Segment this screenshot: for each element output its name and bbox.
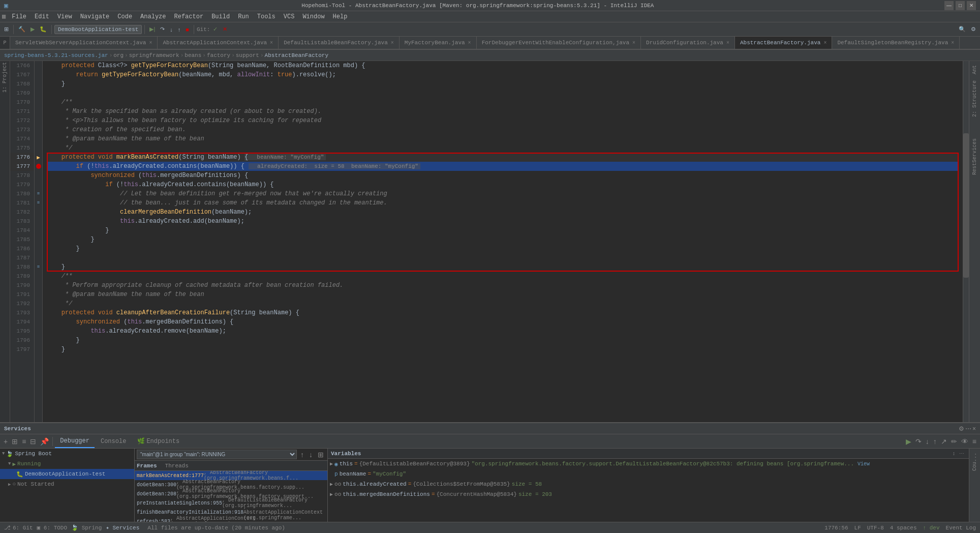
maximize-btn[interactable]: □ (956, 1, 965, 10)
bread-support[interactable]: support (236, 52, 259, 58)
menu-file[interactable]: File (8, 12, 30, 21)
bread-org[interactable]: org (113, 52, 124, 58)
thread-dropdown[interactable]: "main"@1 in group "main": RUNNING (137, 450, 297, 459)
services-more-btn[interactable]: ⋯ (965, 425, 971, 432)
branch-indicator[interactable]: ↑ dev (923, 525, 940, 531)
var-beanname[interactable]: ▶ p beanName = "myConfig" (328, 469, 969, 479)
var-mergedbeans[interactable]: ▶ oo this.mergedBeanDefinitions = {Concu… (328, 489, 969, 499)
minimize-btn[interactable]: — (944, 1, 954, 10)
var-this[interactable]: ▶ ◉ this = {DefaultListableBeanFactory@3… (328, 459, 969, 469)
services-status-tab[interactable]: ✦ Services (106, 524, 139, 531)
frame-item-refresh[interactable]: refresh:583, AbstractApplicationContext … (135, 517, 327, 522)
menu-run[interactable]: Run (234, 12, 253, 21)
build-btn[interactable]: 🔨 (16, 25, 27, 34)
resume-btn[interactable]: ▶| (147, 25, 157, 34)
debug-step-over-btn[interactable]: ↷ (914, 437, 923, 446)
bread-abstractbeanfactory[interactable]: AbstractBeanFactory (265, 52, 328, 58)
git-tab[interactable]: 6: Git (13, 525, 33, 531)
menu-edit[interactable]: Edit (30, 12, 53, 21)
vcs-icon[interactable]: ⎇ (4, 524, 11, 531)
menu-code[interactable]: Code (113, 12, 136, 21)
bread-springframework[interactable]: springframework (129, 52, 179, 58)
debug-run-cursor-btn[interactable]: ↗ (939, 437, 948, 446)
code-editor[interactable]: protected Class<?> getTypeForFactoryBean… (43, 61, 963, 422)
thread-down-btn[interactable]: ↓ (308, 450, 314, 459)
step-over-btn[interactable]: ↷ (158, 25, 167, 34)
step-out-btn[interactable]: ↑ (176, 25, 183, 34)
tab-abstractapp[interactable]: AbstractApplicationContext.java × (158, 37, 279, 49)
debug-resume-btn[interactable]: ▶ (904, 437, 913, 446)
run-config-display[interactable]: DemoBootApplication-test (54, 25, 142, 34)
menu-vcs[interactable]: VCS (280, 12, 299, 21)
tab-druid[interactable]: DruidConfiguration.java × (641, 37, 735, 49)
bread-jar[interactable]: spring-beans-5.3.21-sources.jar (4, 52, 108, 58)
thread-up-btn[interactable]: ↑ (299, 450, 305, 459)
settings-btn[interactable]: ⚙ (969, 25, 978, 34)
not-started-item[interactable]: ▶ ○ Not Started (0, 479, 134, 489)
menu-tools[interactable]: Tools (253, 12, 280, 21)
running-label: Running (17, 461, 41, 467)
spring-boot-item[interactable]: ▼ 🍃 Spring Boot (0, 449, 134, 459)
debug-frames-btn[interactable]: ≡ (971, 437, 978, 446)
menu-view[interactable]: View (53, 12, 76, 21)
run-btn[interactable]: ▶ (28, 25, 37, 34)
breakpoint-marker[interactable] (36, 164, 41, 169)
tab-fordebugger[interactable]: ForDebuggerEventWithEnableConfiguration,… (477, 37, 641, 49)
endpoints-tab[interactable]: 🌿 Endpoints (132, 434, 185, 448)
debug-eval-btn[interactable]: ✏ (950, 437, 959, 446)
indent-indicator[interactable]: 4 spaces (890, 525, 917, 531)
encoding-indicator[interactable]: UTF-8 (867, 525, 884, 531)
debug-step-into-btn[interactable]: ↓ (924, 437, 931, 446)
close-btn[interactable]: ✕ (967, 1, 976, 10)
debugger-tab[interactable]: Debugger (55, 434, 95, 448)
structure-sidebar-tab[interactable]: 2: Structure (971, 78, 978, 119)
menu-window[interactable]: Window (298, 12, 328, 21)
tab-abstractbean[interactable]: AbstractBeanFactory.java × (735, 37, 832, 49)
tab-defaultsingleton[interactable]: DefaultSingletonBeanRegistry.java × (832, 37, 960, 49)
debug-step-out-btn[interactable]: ↑ (932, 437, 938, 446)
tab-myfactorybean[interactable]: MyFactoryBean.java × (400, 37, 477, 49)
git-x-btn[interactable]: ✕ (221, 25, 229, 34)
editor-scrollbar[interactable] (963, 61, 969, 422)
menu-refactor[interactable]: Refactor (170, 12, 208, 21)
svc-group-btn[interactable]: ≡ (20, 437, 27, 446)
svc-filter-btn[interactable]: ⊞ (10, 437, 19, 446)
services-close-btn[interactable]: × (972, 425, 976, 432)
search-everywhere-btn[interactable]: 🔍 (957, 25, 968, 34)
spring-tab[interactable]: 🍃 Spring (71, 524, 102, 531)
menu-analyze[interactable]: Analyze (136, 12, 170, 21)
svc-add-btn[interactable]: + (2, 437, 9, 446)
stop-btn[interactable]: ■ (183, 25, 191, 34)
debug-watch-btn[interactable]: 👁 (960, 437, 970, 446)
var-expand-btn[interactable]: ↕ (951, 450, 957, 457)
line-col-indicator[interactable]: 1776:56 (824, 525, 848, 531)
var-alreadycreated[interactable]: ▶ oo this.alreadyCreated = {Collections$… (328, 479, 969, 489)
svc-collapse-btn[interactable]: ⊟ (28, 437, 38, 446)
thread-filter-btn[interactable]: ⊞ (316, 450, 325, 459)
restservices-sidebar-tab[interactable]: RestServices (971, 136, 978, 177)
step-into-btn[interactable]: ↓ (168, 25, 175, 34)
console-tab[interactable]: Console (96, 434, 131, 448)
bread-factory[interactable]: factory (207, 52, 230, 58)
running-item[interactable]: ▼ ▶ Running (0, 459, 134, 469)
tab-servlet[interactable]: ServletWebServerApplicationContext.java … (10, 37, 158, 49)
project-structure-btn[interactable]: ⊞ (2, 25, 11, 34)
svc-pin-btn[interactable]: 📌 (39, 437, 50, 446)
debug-btn[interactable]: 🐛 (38, 25, 49, 34)
bread-beans[interactable]: beans (185, 52, 201, 58)
var-more-btn[interactable]: ⋯ (958, 450, 966, 457)
todo-tab[interactable]: ▣ 6: TODO (37, 524, 67, 531)
ant-sidebar-tab[interactable]: Ant (971, 63, 978, 76)
menu-navigate[interactable]: Navigate (76, 12, 114, 21)
demoboot-item[interactable]: 🐛 DemoBootApplication-test (0, 469, 134, 479)
tab-defaultlistable[interactable]: DefaultListableBeanFactory.java × (279, 37, 400, 49)
services-settings-btn[interactable]: ⚙ (959, 425, 964, 432)
git-check-btn[interactable]: ✓ (211, 25, 220, 34)
menu-help[interactable]: Help (329, 12, 352, 21)
menu-build[interactable]: Build (207, 12, 234, 21)
project-icon[interactable]: 1: Project (2, 62, 8, 93)
scrollbar-thumb[interactable] (963, 133, 969, 278)
cou-tab[interactable]: Cou... (971, 451, 978, 473)
code-line-1774: * @param beanName the name of the bean (47, 134, 959, 143)
event-log-btn[interactable]: Event Log (946, 525, 976, 531)
